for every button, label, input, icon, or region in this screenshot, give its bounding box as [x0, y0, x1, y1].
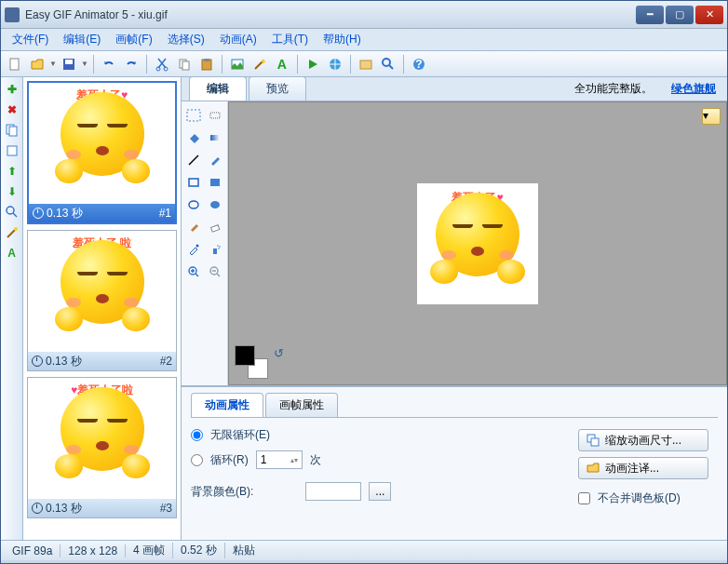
browser-icon[interactable] — [325, 54, 345, 74]
clock-icon — [33, 208, 44, 219]
move-down-icon[interactable]: ⬇ — [4, 183, 20, 200]
comment-button[interactable]: 动画注译... — [578, 457, 708, 479]
svg-point-28 — [195, 245, 198, 248]
marquee-icon[interactable] — [185, 107, 202, 124]
image-icon[interactable] — [227, 54, 248, 74]
eyedropper-icon[interactable] — [185, 241, 202, 258]
wand-icon[interactable] — [249, 54, 270, 74]
canvas-area[interactable]: ▾ 羞死人了♥ ↺ — [228, 101, 727, 385]
add-frame-icon[interactable]: ✚ — [4, 81, 20, 98]
tab-frame-props[interactable]: 画帧属性 — [265, 393, 338, 417]
rect-fill-icon[interactable] — [208, 174, 224, 191]
frame-item[interactable]: 羞死人了♥ 0.13 秒#1 — [27, 81, 177, 224]
svg-point-12 — [383, 59, 390, 66]
svg-point-18 — [7, 207, 14, 214]
no-merge-checkbox[interactable] — [578, 492, 590, 504]
svg-rect-36 — [591, 438, 599, 446]
play-icon[interactable] — [303, 54, 323, 74]
frame-item[interactable]: 羞死人了 啦 0.13 秒#2 — [27, 230, 177, 371]
spray-icon[interactable] — [208, 241, 224, 258]
eraser-icon[interactable] — [208, 219, 224, 235]
svg-rect-21 — [210, 113, 220, 118]
menu-tools[interactable]: 工具(T) — [266, 30, 314, 49]
svg-rect-20 — [187, 110, 200, 121]
menu-edit[interactable]: 编辑(E) — [58, 30, 106, 49]
brush-icon[interactable] — [185, 219, 202, 235]
tab-preview[interactable]: 预览 — [249, 76, 306, 101]
svg-point-25 — [189, 201, 198, 208]
effect-icon[interactable] — [4, 224, 20, 241]
export-icon[interactable] — [356, 54, 376, 74]
clock-icon — [32, 503, 43, 514]
menu-select[interactable]: 选择(S) — [162, 30, 210, 49]
svg-rect-11 — [360, 60, 371, 69]
infinite-loop-label: 无限循环(E) — [210, 427, 270, 443]
ellipse-icon[interactable] — [185, 196, 202, 213]
svg-point-32 — [218, 248, 220, 249]
close-button[interactable]: ✕ — [695, 6, 723, 24]
cut-icon[interactable] — [152, 54, 172, 74]
lasso-icon[interactable] — [208, 107, 224, 124]
svg-rect-16 — [9, 127, 17, 136]
zoom-tool-icon[interactable] — [4, 204, 20, 221]
new-icon[interactable] — [5, 54, 25, 74]
tab-edit[interactable]: 编辑 — [189, 76, 247, 101]
menu-help[interactable]: 帮助(H) — [317, 30, 367, 49]
svg-rect-27 — [211, 225, 220, 232]
zoomout-icon[interactable] — [208, 263, 224, 280]
menu-anim[interactable]: 动画(A) — [214, 30, 263, 49]
svg-rect-29 — [213, 248, 217, 254]
radio-infinite-loop[interactable] — [191, 429, 203, 441]
swap-colors-icon[interactable]: ↺ — [274, 346, 284, 360]
status-bar: GIF 89a 128 x 128 4 画帧 0.52 秒 粘贴 — [1, 540, 727, 560]
delete-frame-icon[interactable]: ✖ — [4, 101, 20, 118]
rect-icon[interactable] — [185, 174, 202, 191]
help-icon[interactable]: ? — [409, 54, 429, 74]
open-icon[interactable] — [27, 54, 47, 74]
pencil-icon[interactable] — [208, 152, 224, 168]
save-icon[interactable] — [59, 54, 79, 74]
minimize-button[interactable]: ━ — [636, 6, 664, 24]
canvas-image: 羞死人了♥ — [417, 183, 538, 304]
redo-icon[interactable] — [121, 54, 142, 74]
bgcolor-swatch[interactable] — [305, 482, 361, 501]
paste-icon[interactable] — [196, 54, 217, 74]
drawing-toolbar — [182, 101, 228, 385]
status-paste: 粘贴 — [225, 543, 263, 558]
menu-file[interactable]: 文件(F) — [7, 30, 54, 49]
duplicate-icon[interactable] — [4, 122, 20, 139]
move-up-icon[interactable]: ⬆ — [4, 163, 20, 180]
insert-icon[interactable] — [4, 142, 20, 159]
resize-button[interactable]: 缩放动画尺寸... — [578, 429, 708, 451]
gradient-icon[interactable] — [208, 129, 224, 146]
copy-icon[interactable] — [174, 54, 195, 74]
loop-count-input[interactable]: 1▴▾ — [256, 450, 303, 469]
bgcolor-picker-button[interactable]: ... — [369, 482, 391, 501]
color-swatch[interactable] — [235, 345, 268, 379]
bucket-icon[interactable] — [185, 129, 202, 146]
frame-item[interactable]: ♥羞死人了啦 0.13 秒#3 — [27, 377, 177, 518]
tab-anim-props[interactable]: 动画属性 — [191, 393, 263, 417]
svg-point-31 — [219, 246, 221, 248]
menu-frames[interactable]: 画帧(F) — [110, 30, 157, 49]
maximize-button[interactable]: ▢ — [666, 6, 694, 24]
svg-rect-6 — [182, 61, 189, 70]
svg-rect-23 — [189, 179, 198, 186]
text-tool-icon[interactable]: A — [4, 245, 20, 262]
undo-icon[interactable] — [99, 54, 119, 74]
clock-icon — [32, 356, 43, 367]
svg-rect-22 — [210, 135, 220, 141]
line-icon[interactable] — [185, 152, 202, 168]
zoom-icon[interactable] — [378, 54, 398, 74]
svg-text:?: ? — [415, 58, 422, 71]
svg-rect-17 — [7, 146, 17, 155]
frame-list[interactable]: 羞死人了♥ 0.13 秒#1 羞死人了 啦 0.13 秒#2 ♥羞死人了啦 0.… — [23, 77, 182, 540]
radio-loop-count[interactable] — [191, 454, 203, 466]
zoomin-icon[interactable] — [185, 263, 202, 280]
text-icon[interactable]: A — [272, 54, 292, 74]
side-toolbar: ✚ ✖ ⬆ ⬇ A — [1, 77, 23, 540]
svg-rect-2 — [65, 60, 73, 64]
ellipse-fill-icon[interactable] — [208, 196, 224, 213]
palette-button[interactable]: ▾ — [702, 108, 721, 125]
green-link[interactable]: 绿色旗舰 — [671, 81, 716, 97]
